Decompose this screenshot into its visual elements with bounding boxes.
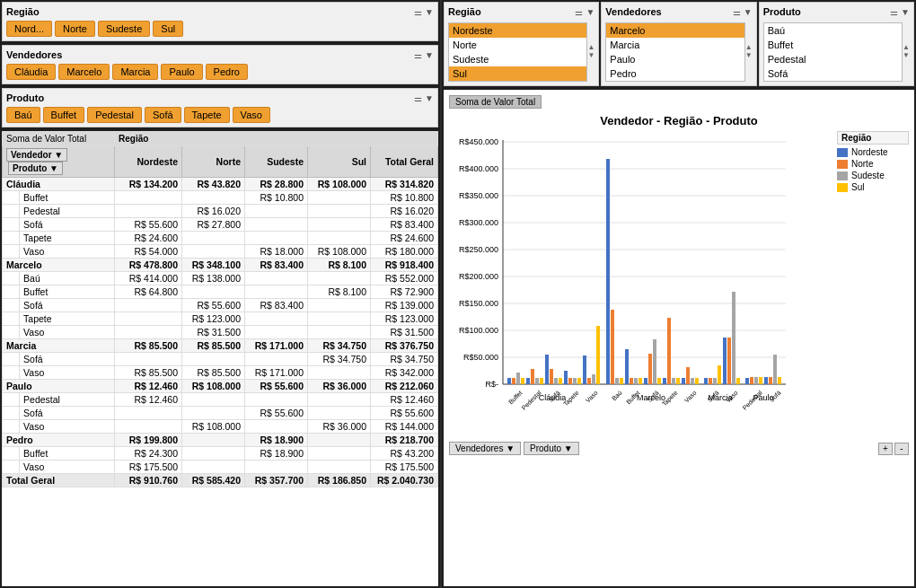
cell: R$ 314.820 (371, 178, 438, 191)
bar (611, 310, 614, 384)
bar (615, 378, 619, 384)
bar (545, 355, 549, 384)
list-item[interactable]: Sudeste (449, 52, 586, 66)
cell (3, 353, 20, 366)
footer-btn-produto[interactable]: Produto ▼ (524, 442, 579, 455)
y-label: R$200.000 (459, 272, 498, 281)
list-item[interactable]: Baú (764, 23, 902, 38)
list-item[interactable]: Buffet (764, 38, 902, 52)
cell (3, 218, 20, 232)
vendor-name: Pedro (3, 434, 115, 447)
left-prod-tag-buffet[interactable]: Buffet (43, 107, 85, 123)
right-filter-grid: Região ⚌ ▼ Nordeste Norte Sudeste Sul ▲▼ (444, 2, 914, 86)
legend-item-sudeste: Sudeste (837, 171, 909, 180)
list-item[interactable]: Marcia (606, 38, 744, 52)
cell: R$ 139.000 (371, 299, 438, 312)
right-produto-filter-icon[interactable]: ⚌ (890, 7, 898, 17)
right-produto-sort-icon[interactable]: ▼ (901, 7, 910, 17)
left-panel: Região ⚌ ▼ Nord... Norte Sudeste Sul Ven… (0, 0, 440, 588)
right-vendedores-filter-icon[interactable]: ⚌ (733, 7, 741, 17)
zoom-minus-button[interactable]: - (894, 443, 909, 455)
left-vendedores-tags: Cláudia Marcelo Marcia Paulo Pedro (6, 64, 434, 80)
list-item[interactable]: Marcelo (606, 23, 744, 38)
cell (3, 232, 20, 245)
left-region-sort-icon[interactable]: ▼ (425, 7, 434, 17)
left-region-tag-norte[interactable]: Norte (55, 21, 95, 37)
cell: R$ 83.400 (371, 218, 438, 232)
bar (682, 378, 685, 384)
cell: R$ 108.000 (308, 245, 371, 259)
left-produto-sort-icon[interactable]: ▼ (425, 93, 434, 103)
left-region-tag-nordeste[interactable]: Nord... (6, 21, 52, 37)
cell (308, 232, 371, 245)
total-sudeste: R$ 357.700 (245, 474, 308, 487)
bar (695, 378, 699, 384)
cell: R$ 55.600 (245, 380, 308, 393)
left-vend-tag-paulo[interactable]: Paulo (161, 64, 202, 80)
bar (648, 354, 652, 384)
th-vendor[interactable]: Vendedor ▼ Produto ▼ (3, 146, 115, 178)
list-item[interactable]: Pedestal (764, 52, 902, 66)
bar (512, 378, 515, 384)
cell: R$ 212.060 (371, 380, 438, 393)
y-label: R$450.000 (459, 137, 498, 146)
cell (245, 393, 308, 407)
bar (634, 378, 638, 384)
zoom-plus-button[interactable]: + (878, 443, 893, 455)
cell (245, 312, 308, 326)
left-prod-tag-vaso[interactable]: Vaso (233, 107, 270, 123)
cell: R$ 175.500 (371, 461, 438, 474)
left-vendedores-sort-icon[interactable]: ▼ (425, 50, 434, 60)
table-row: Vaso R$ 31.500 R$ 31.500 (3, 326, 438, 339)
product-name: Tapete (20, 312, 115, 326)
bar (667, 318, 671, 384)
list-item[interactable]: Nordeste (449, 23, 586, 38)
total-nordeste: R$ 910.760 (115, 474, 182, 487)
bar (657, 378, 661, 384)
cell (3, 245, 20, 259)
cell: R$ 199.800 (115, 434, 182, 447)
left-prod-tag-sofa[interactable]: Sofá (145, 107, 181, 123)
left-region-tag-sudeste[interactable]: Sudeste (98, 21, 150, 37)
list-item[interactable]: Pedro (606, 66, 744, 81)
list-item[interactable]: Norte (449, 38, 586, 52)
y-label: R$250.000 (459, 245, 498, 254)
left-produto-filter-icon[interactable]: ⚌ (414, 93, 422, 103)
produto-dropdown[interactable]: Produto ▼ (8, 162, 63, 175)
right-region-sort-icon[interactable]: ▼ (586, 7, 595, 17)
cell (182, 407, 245, 420)
product-name: Baú (20, 272, 115, 285)
table-row: Pedro R$ 199.800 R$ 18.900 R$ 218.700 (3, 434, 438, 447)
left-prod-tag-pedestal[interactable]: Pedestal (87, 107, 142, 123)
footer-btn-vendedores[interactable]: Vendedores ▼ (449, 442, 521, 455)
left-region-filter-icon[interactable]: ⚌ (414, 7, 422, 17)
right-region-scroll[interactable]: ▲▼ (587, 21, 595, 82)
list-item[interactable]: Sofá (764, 66, 902, 81)
table-row: Sofá R$ 55.600 R$ 55.600 (3, 407, 438, 420)
left-prod-tag-tapete[interactable]: Tapete (184, 107, 230, 123)
right-produto-filter: Produto ⚌ ▼ Baú Buffet Pedestal Sofá ▲▼ (759, 2, 914, 86)
table-row: Paulo R$ 12.460 R$ 108.000 R$ 55.600 R$ … (3, 380, 438, 393)
cell: R$ 918.400 (371, 259, 438, 272)
bar (550, 369, 553, 384)
right-produto-scroll[interactable]: ▲▼ (903, 21, 910, 82)
right-region-filter-icon[interactable]: ⚌ (575, 7, 583, 17)
left-vend-tag-marcia[interactable]: Marcia (112, 64, 158, 80)
left-vendedores-filter-icon[interactable]: ⚌ (414, 50, 422, 60)
right-vendedores-scroll[interactable]: ▲▼ (745, 21, 753, 82)
list-item[interactable]: Sul (449, 66, 586, 81)
list-item[interactable]: Paulo (606, 52, 744, 66)
left-region-tag-sul[interactable]: Sul (153, 21, 183, 37)
left-vend-tag-marcelo[interactable]: Marcelo (58, 64, 110, 80)
product-label: Baú (611, 390, 623, 402)
right-vendedores-title: Vendedores (605, 6, 661, 17)
cell (308, 326, 371, 339)
left-prod-tag-bau[interactable]: Baú (6, 107, 40, 123)
left-vend-tag-claudia[interactable]: Cláudia (6, 64, 56, 80)
left-vend-tag-pedro[interactable]: Pedro (206, 64, 248, 80)
vendedor-dropdown[interactable]: Vendedor ▼ (6, 148, 67, 162)
legend-color-sul (837, 183, 848, 192)
bar (630, 378, 633, 384)
bar (521, 378, 524, 384)
right-vendedores-sort-icon[interactable]: ▼ (744, 7, 753, 17)
